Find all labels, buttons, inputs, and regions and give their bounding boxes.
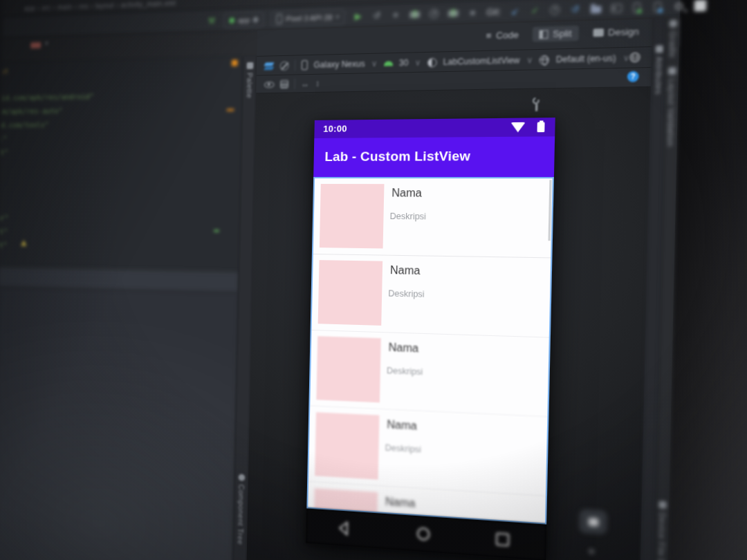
item-name: Nama [391, 187, 422, 199]
code-line: xmlns:android="http://schemas.android.co… [0, 93, 94, 105]
device-icon [302, 60, 308, 70]
build-icon[interactable]: ⚒ [206, 15, 216, 26]
terminal-icon[interactable] [610, 2, 622, 15]
item-name: Nama [387, 418, 417, 432]
code-line: <RelativeLayout [0, 67, 9, 77]
attach-debugger-icon[interactable] [448, 7, 459, 19]
code-line: xmlns:app="http://schemas.android.com/ap… [0, 106, 63, 118]
view-options-icon[interactable] [264, 82, 275, 88]
item-name: Nama [388, 342, 418, 355]
chevron-down-icon: ∨ [526, 55, 533, 66]
app-bar: Lab - Custom ListView [313, 136, 555, 177]
gear-icon [253, 17, 259, 22]
editor-tab[interactable] [30, 42, 41, 48]
code-line: android:id="@+id/lv_daftar" [0, 213, 8, 222]
back-button-icon[interactable] [336, 519, 351, 537]
palette-icon [246, 62, 253, 69]
item-name: Nama [385, 496, 416, 510]
gradle-tab[interactable]: Gradle [666, 19, 679, 57]
apply-changes-icon[interactable]: ↺ [371, 10, 382, 21]
app-title: Lab - Custom ListView [324, 149, 470, 165]
layout-validation-tab[interactable]: Layout Validation [664, 67, 679, 147]
split-icon [540, 30, 548, 39]
list-item[interactable]: Nama Deskripsi [312, 254, 551, 338]
design-surface[interactable]: 10:00 Lab - Custom ListView Nama Deskrip… [246, 87, 651, 560]
git-update-icon[interactable]: ↙ [509, 6, 521, 17]
debug-icon[interactable] [409, 8, 421, 20]
code-line: xmlns:tools="http://schemas.android.com/… [0, 120, 49, 131]
avd-manager-icon[interactable] [631, 1, 643, 14]
history-icon[interactable] [549, 4, 562, 16]
scrollbar-ok-mark[interactable] [214, 230, 219, 232]
component-tree-icon [238, 474, 245, 480]
item-image-placeholder [316, 336, 380, 402]
tab-design[interactable]: Design [586, 24, 646, 41]
resize-horizontal-icon[interactable]: ↔ [301, 79, 309, 88]
search-icon[interactable] [672, 0, 685, 12]
api-level-dropdown[interactable]: 30 [399, 58, 409, 68]
xml-code-editor[interactable]: <RelativeLayout xmlns:android="http://sc… [0, 57, 243, 272]
design-surface-icon[interactable] [264, 62, 274, 70]
profiler-icon[interactable] [428, 8, 440, 19]
project-structure-icon[interactable] [589, 3, 602, 15]
list-item[interactable]: Nama Deskripsi [308, 407, 547, 497]
listview[interactable]: Nama Deskripsi Nama Deskripsi Nama Deskr… [306, 177, 554, 525]
recents-button-icon[interactable] [495, 530, 511, 549]
palette-tab[interactable]: Palette [243, 62, 256, 98]
zoom-to-fit-button[interactable] [580, 510, 607, 534]
run-list-icon[interactable]: ≡ [390, 9, 402, 21]
locale-dropdown[interactable]: Default (en-us) [556, 53, 616, 65]
device-dropdown[interactable]: Pixel 3 API 28 ▾ [271, 9, 345, 26]
device-manager-icon[interactable] [652, 1, 664, 13]
code-line: android:layout_height="match_parent" [0, 149, 8, 158]
device-preview[interactable]: 10:00 Lab - Custom ListView Nama Deskrip… [306, 118, 555, 560]
android-icon [384, 61, 393, 66]
notifications-icon[interactable] [694, 0, 707, 12]
chevron-down-icon: ∨ [414, 57, 421, 68]
run-config-dropdown[interactable]: app [224, 12, 264, 28]
git-commit-icon[interactable]: ✓ [529, 5, 541, 17]
item-description: Deskripsi [388, 288, 425, 299]
wifi-icon [510, 122, 526, 133]
tab-code[interactable]: ≡ Code [479, 27, 526, 44]
attributes-icon [655, 46, 663, 53]
wrench-icon [530, 97, 542, 112]
scrollbar-error-mark[interactable] [232, 60, 238, 66]
theme-dropdown[interactable]: LabCustomListView [443, 55, 519, 67]
rollback-icon[interactable]: ↺ [569, 3, 582, 15]
scrollbar-warning-mark[interactable] [227, 109, 234, 111]
device-icon [277, 14, 283, 24]
attributes-tab[interactable]: Attributes [652, 45, 666, 95]
resize-vertical-icon[interactable]: ↕ [315, 79, 320, 88]
device-file-explorer-tab[interactable]: Device File Explorer [654, 501, 669, 560]
component-tree-tab[interactable]: Component Tree [234, 474, 248, 545]
item-description: Deskripsi [389, 212, 426, 222]
breadcrumb[interactable]: app › src › main › res › layout › activi… [24, 0, 176, 12]
list-item[interactable]: Nama Deskripsi [310, 330, 548, 418]
editor-mode-tabs: ≡ Code Split Design [479, 24, 646, 44]
orientation-icon[interactable] [280, 61, 289, 70]
chevron-down-icon: ∨ [371, 59, 378, 68]
battery-icon [537, 122, 545, 132]
run-button[interactable]: ▶ [353, 10, 364, 22]
home-button-icon[interactable] [416, 525, 432, 543]
item-name: Nama [390, 264, 421, 277]
device-for-preview-dropdown[interactable]: Galaxy Nexus [313, 59, 365, 70]
gradle-icon [670, 20, 678, 28]
tab-split[interactable]: Split [533, 26, 579, 42]
app-module-icon [229, 17, 234, 23]
code-line: android:layout_height="wrap_content" [0, 239, 7, 250]
code-line: android:layout_width="match_parent" [0, 226, 8, 236]
status-bar: 10:00 [314, 118, 555, 138]
list-item[interactable]: Nama Deskripsi [313, 178, 553, 258]
code-line: android:layout_width="match_parent" [0, 135, 7, 144]
device-file-explorer-icon [658, 501, 666, 509]
zoom-in-button[interactable]: + [588, 545, 596, 559]
stop-button: ■ [467, 7, 479, 19]
design-pane-header: ≡ Code Split Design Galaxy Nexus ∨ 30 ∨ … [256, 19, 652, 93]
locale-icon [540, 55, 549, 65]
list-view-icon[interactable] [280, 80, 288, 88]
item-description: Deskripsi [387, 366, 423, 377]
chevron-down-icon[interactable]: ▾ [45, 39, 48, 47]
android-studio-window: app › src › main › res › layout › activi… [0, 0, 681, 560]
